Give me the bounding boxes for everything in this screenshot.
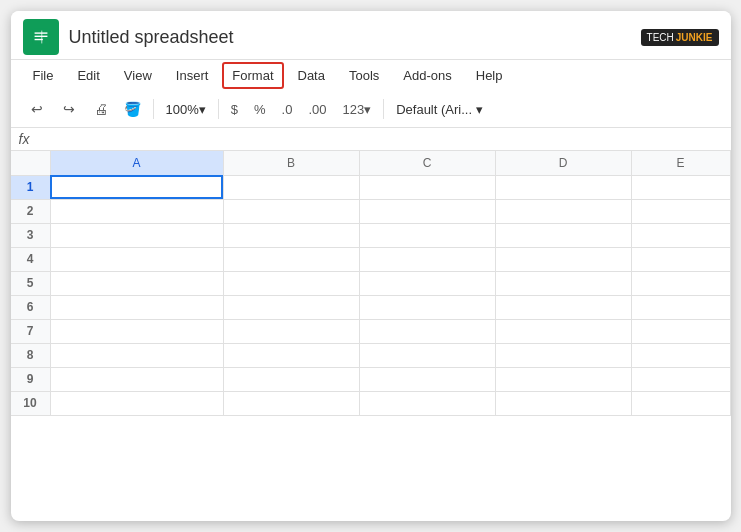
cell-c2[interactable] xyxy=(359,199,495,223)
cell-a9[interactable] xyxy=(50,367,223,391)
redo-button[interactable]: ↪ xyxy=(55,95,83,123)
cell-d9[interactable] xyxy=(495,367,631,391)
cell-b5[interactable] xyxy=(223,271,359,295)
menu-edit[interactable]: Edit xyxy=(67,62,109,89)
percent-format-button[interactable]: % xyxy=(248,100,272,119)
row-num-10[interactable]: 10 xyxy=(11,391,51,415)
row-num-7[interactable]: 7 xyxy=(11,319,51,343)
cell-d7[interactable] xyxy=(495,319,631,343)
cell-e9[interactable] xyxy=(631,367,730,391)
cell-d8[interactable] xyxy=(495,343,631,367)
cell-e4[interactable] xyxy=(631,247,730,271)
menu-format[interactable]: Format xyxy=(222,62,283,89)
cell-b4[interactable] xyxy=(223,247,359,271)
menu-addons[interactable]: Add-ons xyxy=(393,62,461,89)
zoom-value: 100% xyxy=(166,102,199,117)
app-title: Untitled spreadsheet xyxy=(69,27,234,48)
cell-d6[interactable] xyxy=(495,295,631,319)
cell-b6[interactable] xyxy=(223,295,359,319)
col-header-e[interactable]: E xyxy=(631,151,730,175)
cell-e7[interactable] xyxy=(631,319,730,343)
row-num-4[interactable]: 4 xyxy=(11,247,51,271)
cell-b3[interactable] xyxy=(223,223,359,247)
cell-c4[interactable] xyxy=(359,247,495,271)
table-row: 3 xyxy=(11,223,731,247)
cell-e3[interactable] xyxy=(631,223,730,247)
cell-d4[interactable] xyxy=(495,247,631,271)
cell-e5[interactable] xyxy=(631,271,730,295)
cell-c1[interactable] xyxy=(359,175,495,199)
table-row: 9 xyxy=(11,367,731,391)
table-row: 4 xyxy=(11,247,731,271)
cell-e10[interactable] xyxy=(631,391,730,415)
cell-a8[interactable] xyxy=(50,343,223,367)
table-row: 7 xyxy=(11,319,731,343)
cell-b7[interactable] xyxy=(223,319,359,343)
cell-a4[interactable] xyxy=(50,247,223,271)
row-num-1[interactable]: 1 xyxy=(11,175,51,199)
dollar-format-button[interactable]: $ xyxy=(225,100,244,119)
cell-d2[interactable] xyxy=(495,199,631,223)
cell-a10[interactable] xyxy=(50,391,223,415)
cell-a3[interactable] xyxy=(50,223,223,247)
formula-input[interactable] xyxy=(45,132,723,147)
row-num-2[interactable]: 2 xyxy=(11,199,51,223)
sheet-table: A B C D E 12345678910 xyxy=(11,151,731,416)
cell-c7[interactable] xyxy=(359,319,495,343)
toolbar-separator-3 xyxy=(383,99,384,119)
zoom-arrow: ▾ xyxy=(199,102,206,117)
decimal-more-button[interactable]: .00 xyxy=(302,100,332,119)
cell-d3[interactable] xyxy=(495,223,631,247)
cell-d10[interactable] xyxy=(495,391,631,415)
cell-b10[interactable] xyxy=(223,391,359,415)
cell-c9[interactable] xyxy=(359,367,495,391)
decimal-less-button[interactable]: .0 xyxy=(276,100,299,119)
cell-d1[interactable] xyxy=(495,175,631,199)
row-num-5[interactable]: 5 xyxy=(11,271,51,295)
formula-bar: fx xyxy=(11,128,731,151)
row-num-9[interactable]: 9 xyxy=(11,367,51,391)
undo-button[interactable]: ↩ xyxy=(23,95,51,123)
cell-a7[interactable] xyxy=(50,319,223,343)
row-num-8[interactable]: 8 xyxy=(11,343,51,367)
cell-e1[interactable] xyxy=(631,175,730,199)
corner-cell xyxy=(11,151,51,175)
menu-insert[interactable]: Insert xyxy=(166,62,219,89)
print-button[interactable]: 🖨 xyxy=(87,95,115,123)
cell-a1[interactable] xyxy=(50,175,223,199)
col-header-a[interactable]: A xyxy=(50,151,223,175)
menu-tools[interactable]: Tools xyxy=(339,62,389,89)
cell-e8[interactable] xyxy=(631,343,730,367)
menu-help[interactable]: Help xyxy=(466,62,513,89)
app-window: Untitled spreadsheet TECH JUNKIE File Ed… xyxy=(11,11,731,521)
table-row: 5 xyxy=(11,271,731,295)
menu-view[interactable]: View xyxy=(114,62,162,89)
cell-c6[interactable] xyxy=(359,295,495,319)
row-num-3[interactable]: 3 xyxy=(11,223,51,247)
col-header-b[interactable]: B xyxy=(223,151,359,175)
paint-format-button[interactable]: 🪣 xyxy=(119,95,147,123)
cell-b8[interactable] xyxy=(223,343,359,367)
cell-c5[interactable] xyxy=(359,271,495,295)
cell-c8[interactable] xyxy=(359,343,495,367)
cell-a6[interactable] xyxy=(50,295,223,319)
cell-b2[interactable] xyxy=(223,199,359,223)
cell-b1[interactable] xyxy=(223,175,359,199)
cell-a2[interactable] xyxy=(50,199,223,223)
table-row: 10 xyxy=(11,391,731,415)
menu-data[interactable]: Data xyxy=(288,62,335,89)
font-selector[interactable]: Default (Ari... ▾ xyxy=(390,100,489,119)
zoom-selector[interactable]: 100% ▾ xyxy=(160,100,212,119)
cell-d5[interactable] xyxy=(495,271,631,295)
col-header-c[interactable]: C xyxy=(359,151,495,175)
cell-a5[interactable] xyxy=(50,271,223,295)
cell-e6[interactable] xyxy=(631,295,730,319)
cell-e2[interactable] xyxy=(631,199,730,223)
cell-c10[interactable] xyxy=(359,391,495,415)
number-format-button[interactable]: 123▾ xyxy=(336,100,377,119)
cell-b9[interactable] xyxy=(223,367,359,391)
col-header-d[interactable]: D xyxy=(495,151,631,175)
row-num-6[interactable]: 6 xyxy=(11,295,51,319)
menu-file[interactable]: File xyxy=(23,62,64,89)
cell-c3[interactable] xyxy=(359,223,495,247)
